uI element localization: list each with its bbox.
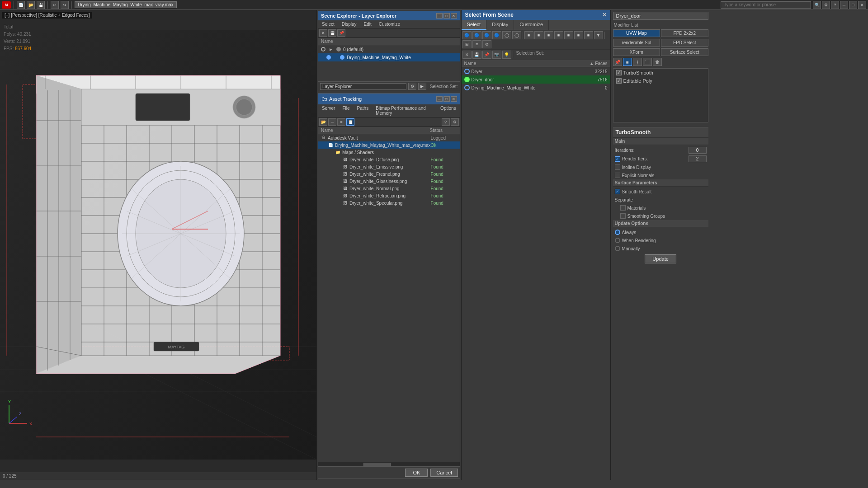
menu-select[interactable]: Select xyxy=(320,21,336,27)
render-iters-input[interactable] xyxy=(689,155,707,162)
asset-menu-file[interactable]: File xyxy=(340,105,351,116)
search-input[interactable] xyxy=(721,1,811,9)
mod-tb2[interactable]: ■ xyxy=(623,58,632,66)
redo-btn[interactable]: ↪ xyxy=(61,1,69,9)
stack-turbosmooth[interactable]: TurboSmooth xyxy=(613,69,708,77)
asset-ok-btn[interactable]: OK xyxy=(405,469,428,477)
maximize-btn[interactable]: □ xyxy=(849,1,857,9)
sel-save-btn[interactable]: 💾 xyxy=(472,51,481,59)
sel-btn-8[interactable]: ■ xyxy=(534,31,543,39)
asset-tb1[interactable]: 📂 xyxy=(319,118,327,126)
always-radio[interactable] xyxy=(615,230,620,235)
isoline-checkbox[interactable] xyxy=(615,164,620,170)
object-name-field[interactable] xyxy=(613,12,708,20)
asset-settings-btn[interactable]: ⚙ xyxy=(451,118,459,126)
tab-customize[interactable]: Customize xyxy=(514,20,549,30)
sel-btn-10[interactable]: ■ xyxy=(554,31,563,39)
asset-close-btn[interactable]: ✕ xyxy=(451,96,457,102)
update-btn[interactable]: Update xyxy=(645,254,676,263)
materials-checkbox[interactable] xyxy=(620,205,626,211)
mod-tab-fpd[interactable]: FPD 2x2x2 xyxy=(661,29,708,37)
stack-editable-poly[interactable]: Editable Poly xyxy=(613,77,708,85)
mod-tb1[interactable]: 📌 xyxy=(613,58,622,66)
asset-maps-folder[interactable]: 📁 Maps / Shaders xyxy=(318,149,460,156)
asset-tb4[interactable]: 📋 xyxy=(346,118,354,126)
mod-tab-xform[interactable]: XForm xyxy=(613,48,660,56)
select-dryer-full[interactable]: Drying_Machine_Maytag_White 0 xyxy=(462,84,610,92)
asset-tb3[interactable]: ≡ xyxy=(337,118,345,126)
new-btn[interactable]: 📄 xyxy=(17,1,25,9)
tab-display[interactable]: Display xyxy=(486,20,514,30)
layer-save-btn[interactable]: 💾 xyxy=(328,29,336,37)
sel-pin-btn[interactable]: 📌 xyxy=(482,51,491,59)
sel-btn-2[interactable]: 🔵 xyxy=(472,31,481,39)
asset-max-file[interactable]: 📄 Drying_Machine_Maytag_White_max_vray.m… xyxy=(318,141,460,149)
sel-btn-4[interactable]: 🔵 xyxy=(492,31,501,39)
maximize-panel-btn[interactable]: □ xyxy=(443,13,450,19)
asset-hscroll[interactable] xyxy=(318,462,460,466)
editable-poly-checkbox[interactable] xyxy=(616,78,622,84)
asset-menu-options[interactable]: Options xyxy=(439,105,458,116)
layer-close-btn[interactable]: ✕ xyxy=(319,29,327,37)
asset-fresnel[interactable]: 🖼 Dryer_white_Fresnel.png Found xyxy=(318,170,460,178)
open-btn[interactable]: 📂 xyxy=(27,1,35,9)
sel-btn-12[interactable]: ■ xyxy=(574,31,583,39)
mod-tab-surface[interactable]: Surface Select xyxy=(661,48,708,56)
when-rendering-radio[interactable] xyxy=(615,238,620,243)
smooth-result-checkbox[interactable] xyxy=(615,189,620,194)
asset-cancel-btn[interactable]: Cancel xyxy=(430,469,458,477)
asset-normal[interactable]: 🖼 Dryer_white_Normal.png Found xyxy=(318,185,460,192)
sel-btn-13[interactable]: ■ xyxy=(584,31,593,39)
layer-explorer-dropdown[interactable]: Layer Explorer xyxy=(320,83,406,90)
asset-glossiness[interactable]: 🖼 Dryer_white_Glossiness.png Found xyxy=(318,178,460,185)
sel-light-btn[interactable]: 💡 xyxy=(502,51,511,59)
select-dryer-door[interactable]: Dryer_door 7516 xyxy=(462,75,610,84)
sel-btn-1[interactable]: 🔵 xyxy=(462,31,472,39)
minimize-btn[interactable]: ─ xyxy=(840,1,848,9)
close-btn[interactable]: ✕ xyxy=(858,1,866,9)
asset-diffuse[interactable]: 🖼 Dryer_white_Diffuse.png Found xyxy=(318,156,460,163)
sel-btn-5[interactable]: ◯ xyxy=(502,31,511,39)
asset-vault[interactable]: 🏛 Autodesk Vault Logged xyxy=(318,134,460,141)
sel-btn-6[interactable]: ◯ xyxy=(512,31,521,39)
layer-maytag[interactable]: Drying_Machine_Maytag_White xyxy=(318,53,460,61)
asset-tb2[interactable]: ─ xyxy=(328,118,336,126)
sel-btn-7[interactable]: ■ xyxy=(524,31,533,39)
layer-default[interactable]: ▶ 0 (default) xyxy=(318,45,460,53)
asset-menu-bitmap[interactable]: Bitmap Performance and Memory xyxy=(374,105,435,116)
mod-tb4[interactable]: ⬛ xyxy=(643,58,652,66)
menu-edit[interactable]: Edit xyxy=(362,21,373,27)
asset-menu-paths[interactable]: Paths xyxy=(355,105,371,116)
sel-camera-btn[interactable]: 📷 xyxy=(492,51,501,59)
manually-radio[interactable] xyxy=(615,246,620,251)
undo-btn[interactable]: ↩ xyxy=(51,1,59,9)
asset-hscroll-thumb[interactable] xyxy=(363,463,391,466)
layer-pin-btn[interactable]: 📌 xyxy=(337,29,345,37)
sel-btn-14[interactable]: ▼ xyxy=(594,31,603,39)
save-btn[interactable]: 💾 xyxy=(37,1,45,9)
explicit-normals-checkbox[interactable] xyxy=(615,173,620,178)
select-dryer[interactable]: Dryer 32215 xyxy=(462,67,610,75)
asset-min-btn[interactable]: ─ xyxy=(436,96,443,102)
close-panel-btn[interactable]: ✕ xyxy=(451,13,457,19)
asset-emissive[interactable]: 🖼 Dryer_white_Emissive.png Found xyxy=(318,163,460,170)
mod-tab-renderable[interactable]: renderable Spl xyxy=(613,39,660,47)
turbosmooth-checkbox[interactable] xyxy=(616,70,622,75)
asset-refraction[interactable]: 🖼 Dryer_white_Refraction.png Found xyxy=(318,192,460,199)
layer-bar-btn2[interactable]: ▶ xyxy=(418,83,426,90)
mod-tb5[interactable]: 🗑 xyxy=(653,58,662,66)
render-iters-checkbox[interactable] xyxy=(615,156,620,162)
sel-close-btn[interactable]: ✕ xyxy=(462,51,472,59)
minimize-panel-btn[interactable]: ─ xyxy=(436,13,443,19)
viewport[interactable]: [+] [Perspective] [Realistic + Edged Fac… xyxy=(0,10,316,480)
search-icon[interactable]: 🔍 xyxy=(813,1,821,9)
sel-btn-17[interactable]: ⚙ xyxy=(482,40,491,48)
menu-customize[interactable]: Customize xyxy=(377,21,402,27)
select-scene-close[interactable]: ✕ xyxy=(602,12,607,18)
asset-menu-server[interactable]: Server xyxy=(320,105,337,116)
help-icon[interactable]: ? xyxy=(831,1,839,9)
tab-select[interactable]: Select xyxy=(462,20,487,30)
settings-icon[interactable]: ⚙ xyxy=(822,1,830,9)
asset-specular[interactable]: 🖼 Dryer_white_Specular.png Found xyxy=(318,199,460,206)
menu-display[interactable]: Display xyxy=(340,21,359,27)
